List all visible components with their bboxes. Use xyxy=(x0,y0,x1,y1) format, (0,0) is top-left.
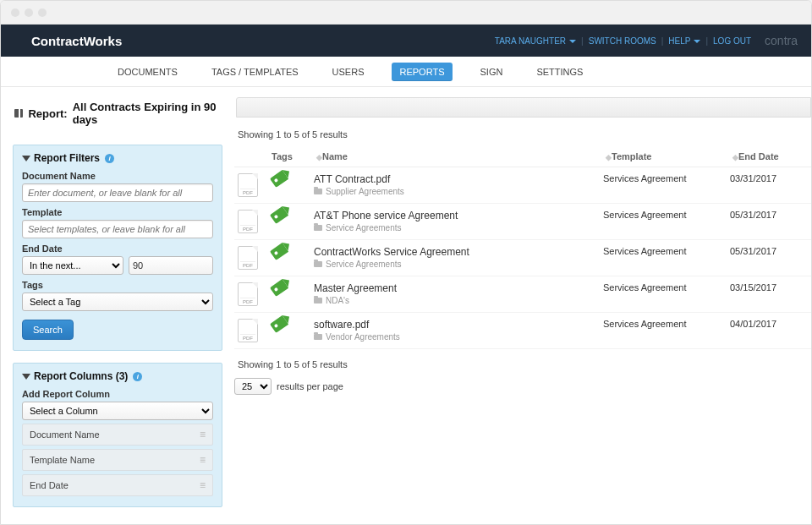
logout-link[interactable]: LOG OUT xyxy=(713,36,751,46)
columns-heading[interactable]: Report Columns (3) i xyxy=(22,370,213,382)
nav-reports[interactable]: REPORTS xyxy=(392,63,453,81)
breadcrumb-bar xyxy=(236,97,811,118)
titlebar xyxy=(1,1,811,25)
search-button[interactable]: Search xyxy=(22,320,74,340)
end-date-cell: 03/31/2017 xyxy=(727,167,811,204)
logo: ContractWorks xyxy=(31,34,122,48)
caret-down-icon xyxy=(694,40,700,43)
table-row[interactable]: PDFATT Contract.pdfSupplier AgreementsSe… xyxy=(234,167,811,204)
sort-icon[interactable]: ◆ xyxy=(316,153,322,161)
end-date-cell: 05/31/2017 xyxy=(727,240,811,276)
pdf-icon: PDF xyxy=(238,282,258,306)
left-column: Report: All Contracts Expiring in 90 day… xyxy=(13,97,222,524)
column-name: Document Name xyxy=(30,429,100,440)
col-end-date[interactable]: End Date xyxy=(738,151,779,161)
document-name: ContractWorks Service Agreement xyxy=(314,246,596,258)
document-folder: Supplier Agreements xyxy=(314,187,596,196)
switch-rooms-link[interactable]: SWITCH ROOMS xyxy=(589,36,656,46)
document-name: Master Agreement xyxy=(314,282,596,294)
drag-icon[interactable]: ≡ xyxy=(200,454,206,466)
table-row[interactable]: PDFContractWorks Service AgreementServic… xyxy=(234,240,811,276)
tags-select[interactable]: Select a Tag xyxy=(22,293,213,311)
column-name: Template Name xyxy=(30,455,95,465)
navbar: DOCUMENTS TAGS / TEMPLATES USERS REPORTS… xyxy=(1,57,811,87)
template-input[interactable] xyxy=(22,220,213,238)
nav-users[interactable]: USERS xyxy=(326,60,371,84)
filters-heading[interactable]: Report Filters i xyxy=(22,152,213,164)
pdf-icon: PDF xyxy=(238,246,258,270)
user-menu[interactable]: TARA NAUGHTER xyxy=(495,36,576,46)
chevron-down-icon xyxy=(22,156,30,161)
results-table: Tags ◆Name ◆Template ◆End Date PDFATT Co… xyxy=(234,146,811,349)
sort-icon[interactable]: ◆ xyxy=(606,153,612,161)
end-date-mode-select[interactable]: In the next... xyxy=(22,256,123,275)
add-column-select[interactable]: Select a Column xyxy=(22,402,213,420)
drag-icon[interactable]: ≡ xyxy=(200,429,206,440)
column-row[interactable]: Template Name≡ xyxy=(22,449,213,471)
info-icon[interactable]: i xyxy=(105,154,114,163)
col-template[interactable]: Template xyxy=(612,151,651,161)
end-date-value-input[interactable] xyxy=(129,256,213,275)
document-name-input[interactable] xyxy=(22,183,213,202)
document-folder: Service Agreements xyxy=(314,260,596,269)
pdf-icon: PDF xyxy=(238,210,258,233)
tag-icon[interactable] xyxy=(270,170,288,188)
document-folder: NDA's xyxy=(314,296,596,305)
window-max-dot[interactable] xyxy=(38,8,47,17)
column-row[interactable]: End Date≡ xyxy=(22,474,213,496)
tag-icon[interactable] xyxy=(270,279,288,297)
results-summary-top: Showing 1 to 5 of 5 results xyxy=(238,129,811,139)
sort-icon[interactable]: ◆ xyxy=(732,153,738,161)
report-name: All Contracts Expiring in 90 days xyxy=(73,101,222,126)
nav-settings[interactable]: SETTINGS xyxy=(529,60,590,84)
tag-icon[interactable] xyxy=(270,206,288,224)
end-date-cell: 03/15/2017 xyxy=(727,276,811,313)
tags-label: Tags xyxy=(22,280,213,290)
document-folder: Service Agreements xyxy=(314,223,596,232)
topbar-right: TARA NAUGHTER | SWITCH ROOMS | HELP | LO… xyxy=(495,34,798,47)
help-menu[interactable]: HELP xyxy=(668,36,700,46)
drag-icon[interactable]: ≡ xyxy=(200,479,206,491)
book-icon xyxy=(14,109,23,118)
folder-icon xyxy=(314,298,322,304)
nav-sign[interactable]: SIGN xyxy=(473,60,509,84)
report-title: Report: All Contracts Expiring in 90 day… xyxy=(14,101,222,126)
brand-right: contra xyxy=(765,34,798,47)
end-date-cell: 05/31/2017 xyxy=(727,204,811,240)
folder-icon xyxy=(314,334,322,340)
caret-down-icon xyxy=(569,40,576,43)
doc-name-label: Document Name xyxy=(22,171,213,181)
info-icon[interactable]: i xyxy=(133,372,142,381)
content: Report: All Contracts Expiring in 90 day… xyxy=(1,87,811,524)
document-name: software.pdf xyxy=(314,319,596,331)
tag-icon[interactable] xyxy=(270,315,288,333)
app-window: ContractWorks TARA NAUGHTER | SWITCH ROO… xyxy=(0,0,812,525)
tag-icon[interactable] xyxy=(270,243,288,260)
column-list: Document Name≡Template Name≡End Date≡ xyxy=(22,424,213,496)
folder-icon xyxy=(314,189,322,194)
pdf-icon: PDF xyxy=(238,319,258,342)
report-filters-panel: Report Filters i Document Name Template … xyxy=(13,145,222,351)
per-page-label: results per page xyxy=(277,381,343,391)
col-name[interactable]: Name xyxy=(322,151,348,161)
results-summary-bottom: Showing 1 to 5 of 5 results xyxy=(238,359,811,369)
per-page-select[interactable]: 25 xyxy=(234,378,272,395)
col-tags[interactable]: Tags xyxy=(272,151,293,161)
add-column-label: Add Report Column xyxy=(22,389,213,399)
folder-icon xyxy=(314,261,322,267)
report-columns-panel: Report Columns (3) i Add Report Column S… xyxy=(13,363,222,507)
window-close-dot[interactable] xyxy=(11,8,19,17)
template-cell: Services Agreement xyxy=(600,204,727,240)
template-cell: Services Agreement xyxy=(600,240,727,276)
table-row[interactable]: PDFsoftware.pdfVendor AgreementsServices… xyxy=(234,313,811,349)
column-name: End Date xyxy=(30,480,69,490)
chevron-down-icon xyxy=(22,374,30,380)
column-row[interactable]: Document Name≡ xyxy=(22,424,213,446)
window-min-dot[interactable] xyxy=(25,8,33,17)
document-folder: Vendor Agreements xyxy=(314,332,596,342)
table-row[interactable]: PDFMaster AgreementNDA'sServices Agreeme… xyxy=(234,276,811,313)
template-cell: Services Agreement xyxy=(600,276,727,313)
nav-documents[interactable]: DOCUMENTS xyxy=(111,60,184,84)
nav-tags-templates[interactable]: TAGS / TEMPLATES xyxy=(205,60,305,84)
table-row[interactable]: PDFAT&T Phone service AgreementService A… xyxy=(234,204,811,240)
